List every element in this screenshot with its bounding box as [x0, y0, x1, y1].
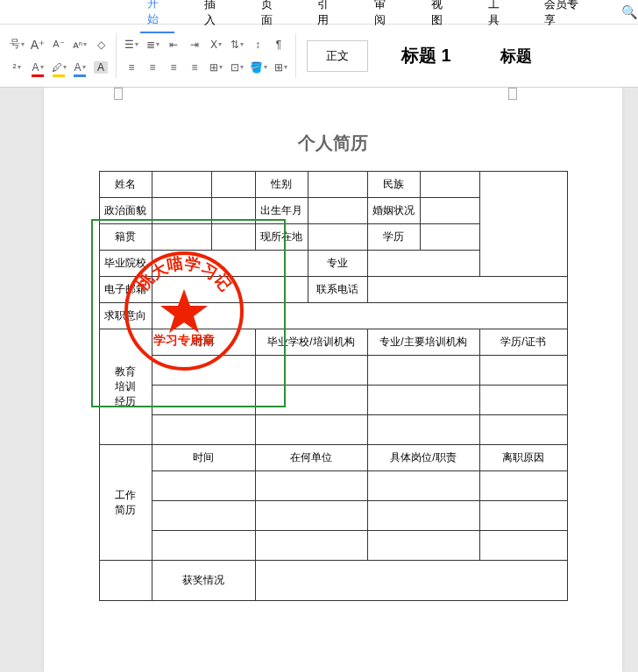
field-political[interactable]: 政治面貌	[99, 198, 152, 224]
align-right-icon[interactable]: ≡	[166, 60, 181, 75]
shading-icon[interactable]: A	[93, 60, 109, 75]
field-native[interactable]: 籍贯	[99, 224, 152, 251]
document-canvas: 个人简历 姓名 性别 民族 政治面貌 出生年月 婚姻状况 籍贯	[0, 88, 638, 672]
field-name[interactable]: 姓名	[99, 172, 152, 198]
tab-review[interactable]: 审阅	[367, 0, 401, 32]
field-intent[interactable]: 求职意向	[99, 303, 152, 329]
field-award[interactable]: 获奖情况	[152, 561, 255, 601]
field-phone[interactable]: 联系电话	[308, 277, 367, 303]
col-time2[interactable]: 时间	[152, 445, 255, 471]
align-left-icon[interactable]: ≡	[124, 60, 139, 75]
align-justify-icon[interactable]: ≡	[187, 60, 202, 75]
value-ethnic[interactable]	[420, 172, 479, 198]
distribute-icon[interactable]: ⊞▾	[208, 60, 223, 75]
toolbar: 号▾ A⁺ A⁻ ᴀⁿ▾ ◇ ²▾ A▾ 🖊▾ A▾ A ☰▾ ≣▾ ⇤ ⇥ Ⅹ…	[0, 25, 638, 88]
change-case-icon[interactable]: ᴀⁿ▾	[72, 37, 88, 53]
search-icon[interactable]: 🔍	[621, 4, 638, 20]
font-size-label[interactable]: 号▾	[9, 37, 25, 53]
field-major[interactable]: 专业	[308, 251, 367, 277]
col-leave[interactable]: 离职原因	[479, 445, 567, 471]
ribbon-tabs: 开始 插入 页面 引用 审阅 视图 工具 会员专享 🔍	[0, 0, 638, 25]
col-company[interactable]: 在何单位	[255, 445, 367, 471]
increase-indent-icon[interactable]: ⇥	[187, 37, 202, 53]
field-ethnic[interactable]: 民族	[367, 172, 420, 198]
sort-icon[interactable]: ↕	[250, 37, 266, 53]
text-direction-icon[interactable]: Ⅹ▾	[208, 37, 223, 53]
field-gender[interactable]: 性别	[255, 172, 308, 198]
align-center-icon[interactable]: ≡	[145, 60, 160, 75]
col-time[interactable]: 时间	[152, 329, 255, 356]
field-birth[interactable]: 出生年月	[255, 198, 308, 224]
tab-reference[interactable]: 引用	[310, 0, 344, 32]
tab-start[interactable]: 开始	[140, 0, 174, 33]
shading2-icon[interactable]: 🪣▾	[250, 60, 267, 75]
field-school[interactable]: 毕业院校	[99, 251, 152, 277]
font-color-icon[interactable]: A▾	[30, 60, 46, 75]
blank[interactable]	[211, 172, 255, 198]
section-edu[interactable]: 教育 培训 经历	[99, 329, 152, 445]
field-email[interactable]: 电子邮箱	[99, 277, 152, 303]
field-location[interactable]: 现所在地	[255, 224, 308, 251]
section-work[interactable]: 工作 简历	[99, 445, 152, 561]
tab-insert[interactable]: 插入	[197, 0, 231, 32]
ruler-marker-left[interactable]	[114, 88, 123, 100]
col-position[interactable]: 具体岗位/职责	[367, 445, 479, 471]
paragraph-mark-icon[interactable]: ¶	[271, 37, 287, 53]
document-page[interactable]: 个人简历 姓名 性别 民族 政治面貌 出生年月 婚姻状况 籍贯	[44, 88, 622, 672]
number-list-icon[interactable]: ≣▾	[145, 37, 160, 53]
tab-page[interactable]: 页面	[254, 0, 288, 32]
styles-gallery: 正文 标题 1 标题	[307, 30, 548, 81]
document-title: 个人简历	[44, 131, 622, 155]
style-heading1[interactable]: 标题 1	[386, 37, 467, 74]
decrease-font-icon[interactable]: A⁻	[51, 37, 67, 53]
style-normal[interactable]: 正文	[307, 40, 368, 72]
col-edu-org[interactable]: 毕业学校/培训机构	[255, 329, 367, 356]
col-edu-major[interactable]: 专业/主要培训机构	[367, 329, 479, 356]
tab-member[interactable]: 会员专享	[537, 0, 592, 32]
increase-font-icon[interactable]: A⁺	[30, 37, 46, 53]
superscript-icon[interactable]: ²▾	[9, 60, 25, 75]
resume-table: 姓名 性别 民族 政治面貌 出生年月 婚姻状况 籍贯 现所在地	[99, 171, 568, 601]
clear-format-icon[interactable]: ◇	[93, 37, 109, 53]
tab-settings-icon[interactable]: ⊡▾	[229, 60, 245, 75]
font-color2-icon[interactable]: A▾	[72, 60, 88, 75]
col-cert[interactable]: 学历/证书	[479, 329, 567, 356]
decrease-indent-icon[interactable]: ⇤	[166, 37, 181, 53]
borders-icon[interactable]: ⊞▾	[273, 60, 288, 75]
field-edu[interactable]: 学历	[367, 224, 420, 251]
photo-cell[interactable]	[479, 172, 567, 277]
line-spacing-icon[interactable]: ⇅▾	[229, 37, 245, 53]
ruler-marker-right[interactable]	[508, 88, 517, 100]
style-heading2[interactable]: 标题	[485, 39, 548, 74]
tab-tools[interactable]: 工具	[481, 0, 515, 32]
value-name[interactable]	[152, 172, 211, 198]
bullet-list-icon[interactable]: ☰▾	[124, 37, 139, 53]
value-gender[interactable]	[308, 172, 367, 198]
field-marriage[interactable]: 婚姻状况	[367, 198, 420, 224]
tab-view[interactable]: 视图	[424, 0, 458, 32]
highlight-icon[interactable]: 🖊▾	[51, 60, 67, 75]
